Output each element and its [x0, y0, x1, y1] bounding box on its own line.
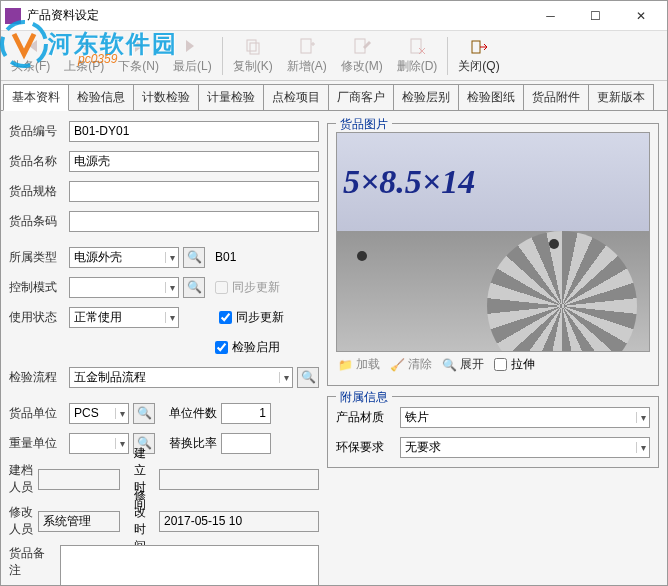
tab-1[interactable]: 检验信息: [68, 84, 134, 110]
maximize-button[interactable]: ☐: [573, 1, 618, 30]
minimize-button[interactable]: ─: [528, 1, 573, 30]
tab-4[interactable]: 点检项目: [263, 84, 329, 110]
svg-rect-4: [411, 39, 421, 53]
tab-6[interactable]: 检验层别: [393, 84, 459, 110]
svg-rect-2: [301, 39, 311, 53]
weight-select[interactable]: [69, 433, 129, 454]
image-load-button[interactable]: 📁加载: [338, 356, 380, 373]
ctrl-lookup-button[interactable]: 🔍: [183, 277, 205, 298]
code-label: 货品编号: [9, 123, 65, 140]
image-overlay-text: 5×8.5×14: [343, 163, 475, 201]
spec-input[interactable]: [69, 181, 319, 202]
create-time-input: [159, 469, 319, 490]
creator-label: 建档人员: [9, 462, 34, 496]
new-button[interactable]: 新增(A): [281, 34, 333, 77]
flow-label: 检验流程: [9, 369, 65, 386]
weight-label: 重量单位: [9, 435, 65, 452]
inspect-enable-check[interactable]: 检验启用: [215, 339, 280, 356]
tab-0[interactable]: 基本资料: [3, 84, 69, 111]
toolbar: 头条(F) 上条(P) 下条(N) 最后(L) 复制(K) 新增(A) 修改(M…: [1, 31, 667, 81]
type-code: B01: [215, 250, 236, 264]
delete-button[interactable]: 删除(D): [391, 34, 444, 77]
material-select[interactable]: 铁片: [400, 407, 650, 428]
name-input[interactable]: [69, 151, 319, 172]
image-legend: 货品图片: [336, 116, 392, 133]
ctrl-sync-check[interactable]: 同步更新: [215, 279, 280, 296]
name-label: 货品名称: [9, 153, 65, 170]
unit-lookup-button[interactable]: 🔍: [133, 403, 155, 424]
creator-input: [38, 469, 120, 490]
svg-rect-1: [250, 43, 259, 54]
remark-textarea[interactable]: [60, 545, 319, 585]
ctrl-label: 控制模式: [9, 279, 65, 296]
flow-select[interactable]: 五金制品流程: [69, 367, 293, 388]
unit-select[interactable]: PCS: [69, 403, 129, 424]
image-clear-button[interactable]: 🧹清除: [390, 356, 432, 373]
material-label: 产品材质: [336, 409, 396, 426]
prev-button[interactable]: 上条(P): [58, 34, 110, 77]
tab-3[interactable]: 计量检验: [198, 84, 264, 110]
tab-8[interactable]: 货品附件: [523, 84, 589, 110]
image-expand-button[interactable]: 🔍展开: [442, 356, 484, 373]
close-button[interactable]: ✕: [618, 1, 663, 30]
right-panel: 货品图片 5×8.5×14 📁加载 🧹清除 🔍展开: [327, 119, 659, 577]
barcode-input[interactable]: [69, 211, 319, 232]
ratio-label: 替换比率: [169, 435, 217, 452]
status-sync-check[interactable]: 同步更新: [219, 309, 284, 326]
image-stretch-check[interactable]: 拉伸: [494, 356, 535, 373]
edit-time-input: [159, 511, 319, 532]
unit-label: 货品单位: [9, 405, 65, 422]
tab-5[interactable]: 厂商客户: [328, 84, 394, 110]
attach-fieldset: 附属信息 产品材质铁片 环保要求无要求: [327, 396, 659, 468]
first-button[interactable]: 头条(F): [5, 34, 56, 77]
unit-qty-label: 单位件数: [169, 405, 217, 422]
screw-hole-icon: [357, 251, 367, 261]
code-input[interactable]: [69, 121, 319, 142]
product-image[interactable]: 5×8.5×14: [336, 132, 650, 352]
edit-button[interactable]: 修改(M): [335, 34, 389, 77]
svg-rect-3: [355, 39, 365, 53]
fan-vent-icon: [487, 231, 637, 352]
tab-7[interactable]: 检验图纸: [458, 84, 524, 110]
editor-label: 修改人员: [9, 504, 34, 538]
app-icon: [5, 8, 21, 24]
form-panel: 货品编号 货品名称 货品规格 货品条码 所属类型电源外壳🔍B01 控制模式🔍同步…: [9, 119, 319, 577]
status-select[interactable]: 正常使用: [69, 307, 179, 328]
svg-rect-5: [472, 41, 480, 53]
last-button[interactable]: 最后(L): [167, 34, 218, 77]
type-lookup-button[interactable]: 🔍: [183, 247, 205, 268]
app-window: 产品资料设定 ─ ☐ ✕ 头条(F) 上条(P) 下条(N) 最后(L) 复制(…: [0, 0, 668, 586]
titlebar: 产品资料设定 ─ ☐ ✕: [1, 1, 667, 31]
type-label: 所属类型: [9, 249, 65, 266]
remark-label: 货品备注: [9, 545, 56, 579]
svg-rect-0: [247, 40, 256, 51]
next-button[interactable]: 下条(N): [112, 34, 165, 77]
tab-bar: 基本资料检验信息计数检验计量检验点检项目厂商客户检验层别检验图纸货品附件更新版本: [1, 81, 667, 111]
barcode-label: 货品条码: [9, 213, 65, 230]
image-fieldset: 货品图片 5×8.5×14 📁加载 🧹清除 🔍展开: [327, 123, 659, 386]
image-toolbar: 📁加载 🧹清除 🔍展开 拉伸: [336, 352, 650, 377]
tab-9[interactable]: 更新版本: [588, 84, 654, 110]
env-select[interactable]: 无要求: [400, 437, 650, 458]
status-label: 使用状态: [9, 309, 65, 326]
env-label: 环保要求: [336, 439, 396, 456]
editor-input: [38, 511, 120, 532]
ratio-input[interactable]: [221, 433, 271, 454]
flow-lookup-button[interactable]: 🔍: [297, 367, 319, 388]
content-area: 货品编号 货品名称 货品规格 货品条码 所属类型电源外壳🔍B01 控制模式🔍同步…: [1, 111, 667, 585]
close-toolbar-button[interactable]: 关闭(Q): [452, 34, 505, 77]
window-title: 产品资料设定: [27, 7, 528, 24]
type-select[interactable]: 电源外壳: [69, 247, 179, 268]
ctrl-select[interactable]: [69, 277, 179, 298]
attach-legend: 附属信息: [336, 389, 392, 406]
unit-qty-input[interactable]: [221, 403, 271, 424]
spec-label: 货品规格: [9, 183, 65, 200]
copy-button[interactable]: 复制(K): [227, 34, 279, 77]
tab-2[interactable]: 计数检验: [133, 84, 199, 110]
